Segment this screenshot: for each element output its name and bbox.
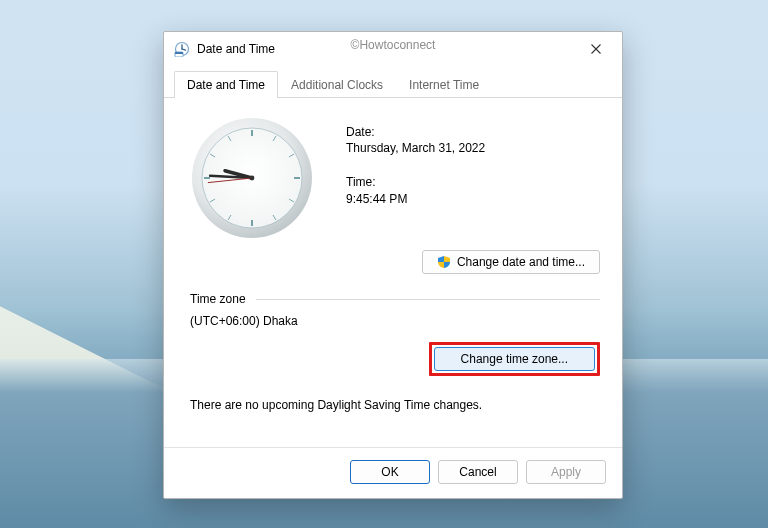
tab-content: Date: Thursday, March 31, 2022 Time: 9:4… [164, 98, 622, 447]
titlebar: Date and Time ©Howtoconnect [164, 32, 622, 66]
tab-additional-clocks[interactable]: Additional Clocks [278, 71, 396, 98]
svg-rect-4 [175, 52, 183, 54]
tab-date-and-time[interactable]: Date and Time [174, 71, 278, 98]
date-label: Date: [346, 124, 485, 140]
change-time-zone-label: Change time zone... [461, 352, 568, 366]
tab-internet-time[interactable]: Internet Time [396, 71, 492, 98]
dst-note: There are no upcoming Daylight Saving Ti… [190, 398, 600, 412]
clock-titlebar-icon [174, 41, 190, 57]
dialog-footer: OK Cancel Apply [164, 447, 622, 498]
time-label: Time: [346, 174, 485, 190]
clock-face-icon [190, 116, 314, 240]
date-value: Thursday, March 31, 2022 [346, 140, 485, 156]
change-date-time-label: Change date and time... [457, 255, 585, 269]
change-date-time-button[interactable]: Change date and time... [422, 250, 600, 274]
date-time-info: Date: Thursday, March 31, 2022 Time: 9:4… [346, 114, 485, 240]
timezone-group: Time zone [190, 292, 600, 306]
tutorial-highlight: Change time zone... [429, 342, 600, 376]
timezone-value: (UTC+06:00) Dhaka [190, 314, 600, 328]
watermark-text: ©Howtoconnect [351, 38, 436, 52]
window-title: Date and Time [197, 42, 275, 56]
close-button[interactable] [574, 35, 618, 63]
svg-point-24 [250, 176, 255, 181]
analog-clock [190, 116, 314, 240]
ok-button[interactable]: OK [350, 460, 430, 484]
apply-button[interactable]: Apply [526, 460, 606, 484]
close-icon [591, 44, 601, 54]
uac-shield-icon [437, 255, 451, 269]
date-and-time-dialog: Date and Time ©Howtoconnect Date and Tim… [163, 31, 623, 499]
timezone-group-label: Time zone [190, 292, 246, 306]
tab-bar: Date and Time Additional Clocks Internet… [164, 70, 622, 98]
change-time-zone-button[interactable]: Change time zone... [434, 347, 595, 371]
time-value: 9:45:44 PM [346, 191, 485, 207]
cancel-button[interactable]: Cancel [438, 460, 518, 484]
divider [256, 299, 600, 300]
